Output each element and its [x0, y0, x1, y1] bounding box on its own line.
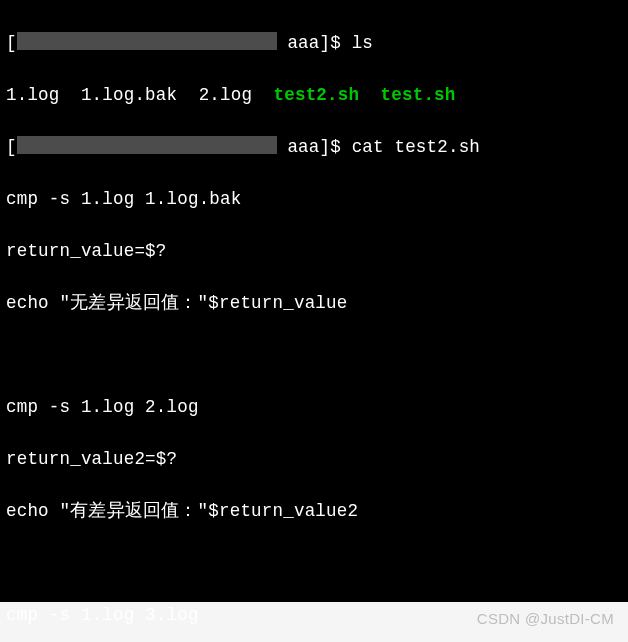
blank-line — [6, 342, 622, 368]
blank-line — [6, 550, 622, 576]
ls-output: 1.log 1.log.bak 2.log test2.sh test.sh — [6, 82, 622, 108]
executable-file: test.sh — [381, 85, 456, 105]
prompt-line-cat: [ aaa]$ cat test2.sh — [6, 134, 622, 160]
terminal-window[interactable]: [ aaa]$ ls 1.log 1.log.bak 2.log test2.s… — [0, 0, 628, 602]
command-ls: ls — [352, 33, 373, 53]
executable-file: test2.sh — [274, 85, 360, 105]
prompt-line-ls: [ aaa]$ ls — [6, 30, 622, 56]
script-line: echo "无差异返回值："$return_value — [6, 290, 622, 316]
redacted-hostname — [17, 136, 277, 154]
script-line: cmp -s 1.log 1.log.bak — [6, 186, 622, 212]
script-line: echo "有差异返回值："$return_value2 — [6, 498, 622, 524]
script-line: cmp -s 1.log 3.log — [6, 602, 622, 628]
script-line: return_value2=$? — [6, 446, 622, 472]
command-cat: cat test2.sh — [352, 137, 480, 157]
redacted-hostname — [17, 32, 277, 50]
script-line: return_value=$? — [6, 238, 622, 264]
script-line: cmp -s 1.log 2.log — [6, 394, 622, 420]
